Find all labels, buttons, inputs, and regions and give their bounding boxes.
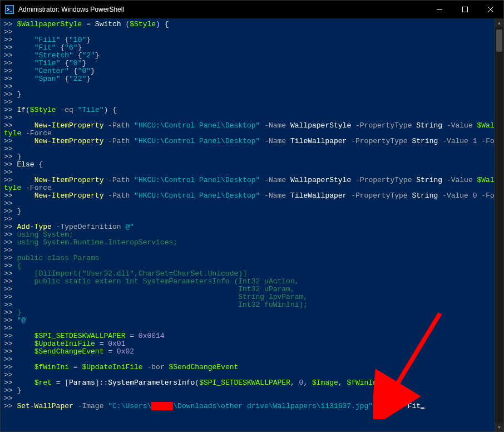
minimize-button[interactable]	[427, 1, 452, 18]
window-title: Administrator: Windows PowerShell	[18, 6, 124, 13]
close-button[interactable]	[478, 1, 503, 18]
svg-rect-0	[437, 9, 442, 10]
title-left: >_ Administrator: Windows PowerShell	[5, 5, 124, 14]
scroll-down-button[interactable]: ▼	[495, 423, 503, 431]
scrollbar[interactable]: ▲ ▼	[495, 18, 503, 431]
terminal[interactable]: >> $WallpaperStyle = Switch ($Style) { >…	[1, 18, 495, 431]
powershell-icon: >_	[5, 5, 14, 14]
titlebar[interactable]: >_ Administrator: Windows PowerShell	[1, 1, 503, 18]
terminal-wrap: >> $WallpaperStyle = Switch ($Style) { >…	[1, 18, 503, 431]
scroll-up-button[interactable]: ▲	[495, 18, 503, 27]
window-controls	[427, 1, 503, 18]
svg-rect-1	[463, 7, 468, 12]
scroll-thumb[interactable]	[496, 30, 502, 52]
maximize-button[interactable]	[452, 1, 478, 18]
powershell-window: >_ Administrator: Windows PowerShell >> …	[0, 0, 504, 432]
